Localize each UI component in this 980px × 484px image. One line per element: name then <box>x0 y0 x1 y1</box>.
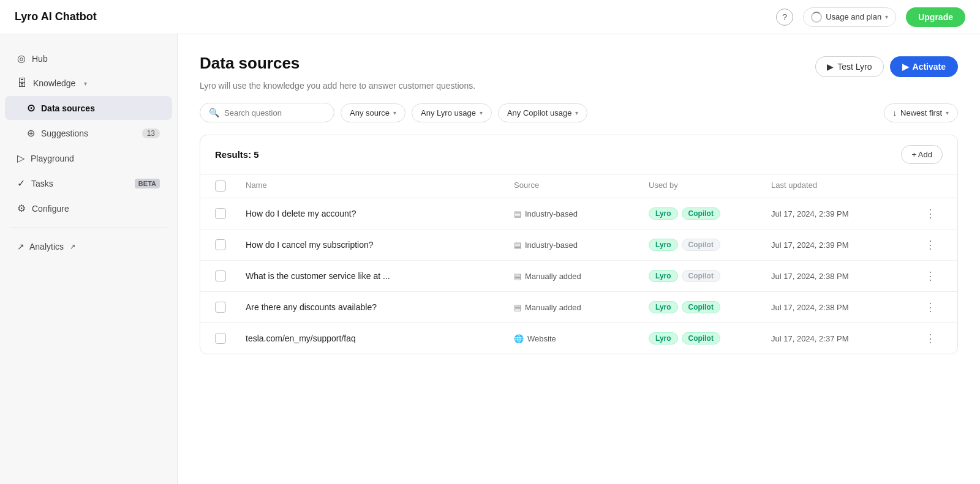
knowledge-chevron-icon: ▾ <box>84 80 87 87</box>
suggestions-badge: 13 <box>142 128 160 138</box>
row-checkbox-2[interactable] <box>215 270 226 281</box>
sort-select[interactable]: ↓ Newest first ▾ <box>884 103 958 122</box>
source-type-icon-0: ▤ <box>514 209 521 218</box>
row-checkbox-col-4 <box>215 333 246 344</box>
suggestions-icon: ⊕ <box>27 127 35 139</box>
sidebar-item-tasks[interactable]: ✓ Tasks BETA <box>5 171 172 195</box>
row-date-2: Jul 17, 2024, 2:38 PM <box>771 272 918 281</box>
sidebar-item-hub[interactable]: ◎ Hub <box>5 47 172 70</box>
sidebar-hub-label: Hub <box>32 54 48 64</box>
source-filter-label: Any source <box>350 108 390 117</box>
lyro-chevron-icon: ▾ <box>480 110 483 116</box>
row-name-4: tesla.com/en_my/support/faq <box>246 333 514 343</box>
test-lyro-button[interactable]: ▶ Test Lyro <box>815 56 883 77</box>
row-name-1: How do I cancel my subscription? <box>246 240 514 250</box>
header-actions: ▶ Test Lyro ▶ Activate <box>815 56 958 77</box>
sidebar-item-suggestions[interactable]: ⊕ Suggestions 13 <box>5 121 172 145</box>
knowledge-icon: 🗄 <box>17 78 27 89</box>
source-chevron-icon: ▾ <box>393 110 396 116</box>
lyro-tag-2: Lyro <box>649 270 678 282</box>
lyro-tag-4: Lyro <box>649 332 678 344</box>
help-icon[interactable]: ? <box>776 9 793 26</box>
copilot-tag-4: Copilot <box>682 332 720 344</box>
add-button[interactable]: + Add <box>901 145 943 164</box>
main-content: Data sources ▶ Test Lyro ▶ Activate Lyro… <box>178 34 980 484</box>
row-used-by-1: Lyro Copilot <box>649 239 771 251</box>
search-input[interactable] <box>224 108 325 117</box>
external-link-icon: ↗ <box>70 243 75 251</box>
activate-button[interactable]: ▶ Activate <box>890 56 958 77</box>
page-header: Data sources ▶ Test Lyro ▶ Activate Lyro… <box>200 54 958 91</box>
row-used-by-4: Lyro Copilot <box>649 332 771 344</box>
row-more-button-1[interactable]: ⋮ <box>918 238 943 251</box>
copilot-chevron-icon: ▾ <box>575 110 578 116</box>
col-header-actions <box>918 181 943 192</box>
playground-icon: ▷ <box>17 152 24 164</box>
copilot-tag-1: Copilot <box>682 239 720 251</box>
row-used-by-0: Lyro Copilot <box>649 207 771 220</box>
row-name-3: Are there any discounts available? <box>246 302 514 312</box>
row-source-3: ▤ Manually added <box>514 303 649 312</box>
lyro-usage-label: Any Lyro usage <box>421 108 476 117</box>
source-type-icon-2: ▤ <box>514 272 521 281</box>
upgrade-button[interactable]: Upgrade <box>906 7 965 27</box>
col-header-used-by: Used by <box>649 181 771 192</box>
copilot-usage-filter[interactable]: Any Copilot usage ▾ <box>498 103 588 122</box>
sidebar-item-knowledge[interactable]: 🗄 Knowledge ▾ <box>5 72 172 95</box>
sidebar-item-data-sources[interactable]: ⊙ Data sources <box>5 96 172 120</box>
sidebar: ◎ Hub 🗄 Knowledge ▾ ⊙ Data sources ⊕ Sug… <box>0 34 178 484</box>
row-checkbox-col-2 <box>215 270 246 281</box>
search-box[interactable]: 🔍 <box>200 103 334 122</box>
row-more-button-0[interactable]: ⋮ <box>918 207 943 220</box>
sort-down-icon: ↓ <box>893 108 897 117</box>
lyro-usage-filter[interactable]: Any Lyro usage ▾ <box>412 103 492 122</box>
lyro-tag-3: Lyro <box>649 301 678 313</box>
copilot-tag-0: Copilot <box>682 207 720 220</box>
copilot-tag-2: Copilot <box>682 270 720 282</box>
col-header-last-updated: Last updated <box>771 181 918 192</box>
row-source-4: 🌐 Website <box>514 334 649 343</box>
app-title: Lyro AI Chatbot <box>15 10 97 23</box>
table-row: Are there any discounts available? ▤ Man… <box>200 292 957 323</box>
layout: ◎ Hub 🗄 Knowledge ▾ ⊙ Data sources ⊕ Sug… <box>0 34 980 484</box>
play-icon: ▶ <box>827 62 834 72</box>
sidebar-item-analytics[interactable]: ↗ Analytics ↗ <box>5 236 172 258</box>
data-sources-icon: ⊙ <box>27 102 35 114</box>
lyro-tag-0: Lyro <box>649 207 678 220</box>
activate-play-icon: ▶ <box>902 62 909 72</box>
hub-icon: ◎ <box>17 53 26 64</box>
table-row: tesla.com/en_my/support/faq 🌐 Website Ly… <box>200 323 957 354</box>
sidebar-data-sources-label: Data sources <box>41 103 95 113</box>
row-checkbox-1[interactable] <box>215 239 226 250</box>
sidebar-item-playground[interactable]: ▷ Playground <box>5 146 172 170</box>
row-more-button-3[interactable]: ⋮ <box>918 300 943 314</box>
row-more-button-4[interactable]: ⋮ <box>918 332 943 345</box>
usage-plan-button[interactable]: Usage and plan ▾ <box>803 7 896 27</box>
row-more-button-2[interactable]: ⋮ <box>918 269 943 283</box>
row-checkbox-4[interactable] <box>215 333 226 344</box>
usage-plan-label: Usage and plan <box>826 12 881 21</box>
row-checkbox-3[interactable] <box>215 302 226 313</box>
topbar-right: ? Usage and plan ▾ Upgrade <box>776 7 965 27</box>
copilot-usage-label: Any Copilot usage <box>507 108 572 117</box>
col-header-name: Name <box>246 181 514 192</box>
row-used-by-3: Lyro Copilot <box>649 301 771 313</box>
results-count: Results: 5 <box>215 149 259 160</box>
table-body: How do I delete my account? ▤ Industry-b… <box>200 198 957 354</box>
source-filter[interactable]: Any source ▾ <box>341 103 405 122</box>
column-headers: Name Source Used by Last updated <box>200 174 957 198</box>
table-row: How do I cancel my subscription? ▤ Indus… <box>200 229 957 261</box>
configure-icon: ⚙ <box>17 203 26 214</box>
row-checkbox-col-1 <box>215 239 246 250</box>
topbar: Lyro AI Chatbot ? Usage and plan ▾ Upgra… <box>0 0 980 34</box>
tasks-beta-badge: BETA <box>135 179 160 188</box>
page-title: Data sources <box>200 54 300 73</box>
row-checkbox-0[interactable] <box>215 208 226 219</box>
select-all-checkbox[interactable] <box>215 181 226 192</box>
sidebar-suggestions-label: Suggestions <box>41 128 88 138</box>
sidebar-item-configure[interactable]: ⚙ Configure <box>5 196 172 220</box>
loader-icon <box>811 12 822 23</box>
sidebar-tasks-label: Tasks <box>31 179 53 188</box>
table-section: Results: 5 + Add Name Source Used by Las… <box>200 135 958 354</box>
sidebar-playground-label: Playground <box>31 154 74 163</box>
